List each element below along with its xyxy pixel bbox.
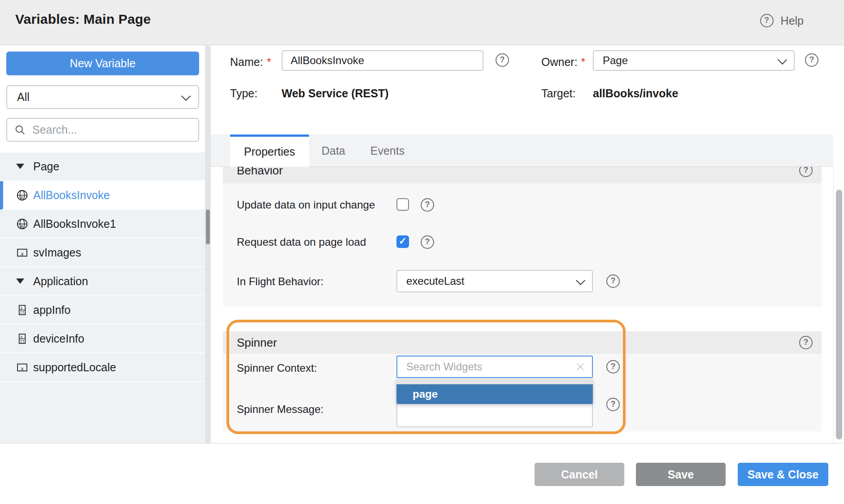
web-service-variable-icon: x — [16, 218, 33, 230]
spinner-context-help-icon[interactable] — [606, 360, 620, 374]
svg-text:x: x — [20, 193, 23, 200]
app-variable-icon: x — [16, 304, 33, 316]
owner-help-icon[interactable] — [805, 53, 818, 67]
svg-text:x: x — [20, 365, 23, 371]
sidebar-scrollbar[interactable] — [205, 46, 211, 443]
main-scrollbar[interactable] — [833, 167, 844, 443]
svg-text:x: x — [20, 222, 23, 229]
spinner-section-header: Spinner — [223, 331, 822, 354]
help-icon — [760, 14, 774, 27]
owner-label: Owner:* — [541, 56, 585, 69]
spinner-section: Spinner Spinner Context: page Spinner Me… — [223, 331, 822, 431]
search-input[interactable] — [31, 123, 191, 137]
spinner-section-body: Spinner Context: page Spinner Message: — [223, 354, 822, 431]
tree-item-appinfo[interactable]: x appInfo — [0, 296, 205, 325]
update-on-input-label: Update data on input change — [237, 199, 375, 211]
chevron-down-icon — [181, 91, 191, 101]
tree-item-svimages[interactable]: x svImages — [0, 239, 205, 267]
static-variable-icon: x — [16, 361, 33, 374]
main-scrollbar-thumb[interactable] — [836, 190, 842, 439]
name-label: Name:* — [230, 56, 271, 69]
search-icon — [14, 124, 26, 136]
behavior-section-body: Update data on input change Request data… — [223, 183, 822, 307]
spinner-context-label: Spinner Context: — [237, 362, 317, 374]
required-asterisk: * — [581, 56, 586, 68]
owner-value: Page — [603, 54, 778, 67]
new-variable-button[interactable]: New Variable — [6, 52, 199, 75]
dialog-footer: Cancel Save Save & Close — [0, 443, 844, 504]
spinner-context-combobox — [396, 356, 593, 378]
in-flight-behavior-label: In Flight Behavior: — [237, 275, 323, 288]
tree-item-allbooksinvoke1[interactable]: x AllBooksInvoke1 — [0, 210, 205, 239]
required-asterisk: * — [267, 56, 271, 68]
svg-text:x: x — [20, 305, 23, 310]
triangle-down-icon — [16, 164, 24, 169]
spinner-message-label: Spinner Message: — [237, 403, 323, 416]
behavior-section: Behavior Update data on input change Req… — [223, 167, 822, 307]
variable-filter-value: All — [17, 91, 182, 104]
sidebar-scrollbar-thumb[interactable] — [206, 209, 210, 244]
in-flight-behavior-help-icon[interactable] — [606, 274, 620, 288]
svg-text:x: x — [20, 250, 23, 256]
tab-data[interactable]: Data — [309, 135, 358, 167]
spinner-section-title: Spinner — [223, 331, 822, 354]
page-title: Variables: Main Page — [15, 12, 151, 27]
in-flight-behavior-value: executeLast — [406, 275, 576, 287]
svg-text:x: x — [20, 334, 23, 339]
chevron-down-icon — [778, 55, 787, 64]
variable-tree: Page x AllBooksInvoke x AllBooksInvoke1 … — [0, 152, 205, 443]
in-flight-behavior-select[interactable]: executeLast — [396, 270, 593, 292]
request-on-load-label: Request data on page load — [237, 236, 366, 248]
help-label: Help — [781, 14, 804, 27]
tab-events[interactable]: Events — [358, 135, 417, 167]
dropdown-top-strip — [396, 379, 593, 384]
tab-properties[interactable]: Properties — [230, 135, 309, 167]
variable-editor-panel: Name:* Owner:* Page Type: Web Service (R… — [211, 46, 833, 443]
save-and-close-button[interactable]: Save & Close — [738, 463, 828, 486]
spinner-message-help-icon[interactable] — [606, 398, 620, 411]
type-label: Type: — [230, 87, 257, 100]
behavior-section-title: Behavior — [223, 167, 822, 183]
request-on-load-help-icon[interactable] — [421, 235, 434, 249]
target-label: Target: — [541, 87, 575, 100]
tree-group-application[interactable]: Application — [0, 267, 205, 296]
tree-group-page[interactable]: Page — [0, 152, 205, 181]
update-on-input-help-icon[interactable] — [421, 198, 434, 212]
name-help-icon[interactable] — [496, 53, 509, 67]
tree-item-supportedlocale[interactable]: x supportedLocale — [0, 353, 205, 382]
web-service-variable-icon: x — [16, 189, 33, 201]
clear-icon[interactable] — [575, 361, 586, 372]
spinner-help-icon[interactable] — [799, 336, 813, 349]
variables-sidebar: New Variable All Page x AllBooksInvoke x… — [0, 46, 205, 443]
owner-select[interactable]: Page — [593, 50, 795, 71]
properties-content: Behavior Update data on input change Req… — [211, 167, 833, 443]
chevron-down-icon — [576, 275, 585, 285]
spinner-message-input[interactable] — [396, 401, 593, 427]
save-button[interactable]: Save — [636, 463, 726, 486]
triangle-down-icon — [16, 278, 24, 284]
dropdown-option-page[interactable]: page — [396, 384, 593, 404]
spinner-context-input[interactable] — [405, 360, 575, 374]
static-variable-icon: x — [16, 247, 33, 259]
help-button[interactable]: Help — [760, 14, 804, 27]
type-value: Web Service (REST) — [282, 87, 389, 100]
dialog-header: Variables: Main Page Help — [0, 0, 844, 45]
request-on-load-checkbox[interactable] — [396, 235, 409, 248]
name-input[interactable] — [282, 50, 483, 71]
app-variable-icon: x — [16, 333, 33, 345]
editor-tabs: Properties Data Events — [211, 135, 833, 167]
variable-search — [6, 118, 199, 142]
tree-item-deviceinfo[interactable]: x deviceInfo — [0, 325, 205, 353]
update-on-input-checkbox[interactable] — [396, 198, 409, 211]
cancel-button[interactable]: Cancel — [535, 463, 624, 486]
tree-item-allbooksinvoke[interactable]: x AllBooksInvoke — [0, 181, 205, 210]
variable-filter-select[interactable]: All — [6, 85, 199, 109]
behavior-section-header: Behavior — [223, 167, 822, 183]
spinner-context-dropdown: page — [396, 379, 593, 404]
target-value: allBooks/invoke — [593, 87, 678, 100]
